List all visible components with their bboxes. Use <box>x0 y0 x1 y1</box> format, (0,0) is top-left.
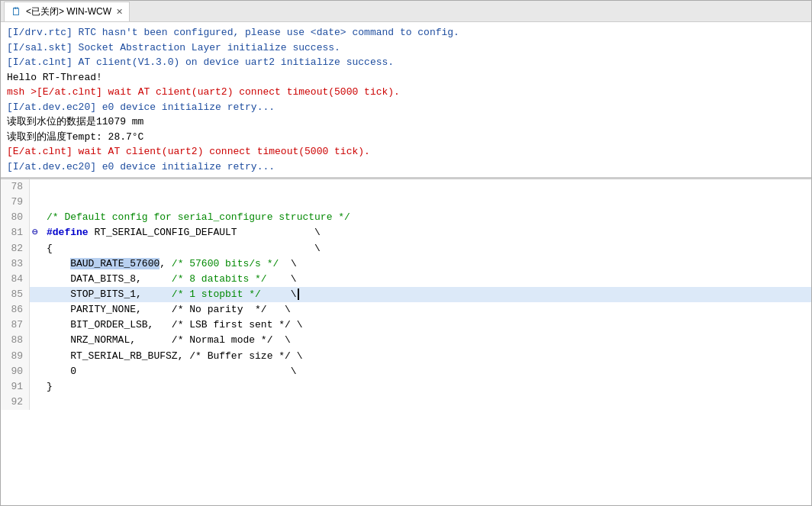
tab-title: <已关闭> WIN-WCW <box>26 5 111 18</box>
line-content: { \ <box>40 241 811 256</box>
main-window: 🗒 <已关闭> WIN-WCW ✕ [I/drv.rtc] RTC hasn't… <box>0 0 812 506</box>
line-number: 78 <box>1 179 30 195</box>
code-editor: 787980/* Default config for serial_confi… <box>1 179 811 410</box>
line-content: PARITY_NONE, /* No parity */ \ <box>40 302 811 317</box>
line-content: BAUD_RATE_57600, /* 57600 bits/s */ \ <box>40 256 811 272</box>
console-line: [I/at.clnt] AT client(V1.3.0) on device … <box>7 55 805 70</box>
console-line: Hello RT-Thread! <box>7 70 805 85</box>
console-output: [I/drv.rtc] RTC hasn't been configured, … <box>1 22 811 179</box>
line-content: /* Default config for serial_configure s… <box>40 210 811 225</box>
line-number: 90 <box>1 364 30 379</box>
line-content: STOP_BITS_1, /* 1 stopbit */ \ <box>40 287 811 302</box>
line-content: 0 \ <box>40 364 811 379</box>
console-line: [I/sal.skt] Socket Abstraction Layer ini… <box>7 40 805 56</box>
tab-close-button[interactable]: ✕ <box>116 7 123 17</box>
line-arrow: ⊖ <box>30 225 40 240</box>
console-line: 读取到水位的数据是11079 mm <box>7 114 805 130</box>
code-line: 87 BIT_ORDER_LSB, /* LSB first sent */ \ <box>1 317 811 333</box>
code-line: 84 DATA_BITS_8, /* 8 databits */ \ <box>1 272 811 287</box>
line-number: 88 <box>1 333 30 348</box>
line-number: 86 <box>1 302 30 317</box>
console-line: msh >[E/at.clnt] wait AT client(uart2) c… <box>7 85 805 100</box>
code-line: 82{ \ <box>1 241 811 256</box>
line-content: } <box>40 379 811 395</box>
code-line: 81⊖#define RT_SERIAL_CONFIG_DEFAULT \ <box>1 225 811 240</box>
tab-bar: 🗒 <已关闭> WIN-WCW ✕ <box>1 1 811 22</box>
console-tab[interactable]: 🗒 <已关闭> WIN-WCW ✕ <box>4 2 130 21</box>
line-number: 83 <box>1 256 30 272</box>
line-number: 92 <box>1 395 30 410</box>
line-number: 87 <box>1 317 30 333</box>
line-content: NRZ_NORMAL, /* Normal mode */ \ <box>40 333 811 348</box>
line-number: 91 <box>1 379 30 395</box>
code-line: 92 <box>1 395 811 410</box>
code-line: 89 RT_SERIAL_RB_BUFSZ, /* Buffer size */… <box>1 349 811 364</box>
line-number: 89 <box>1 349 30 364</box>
code-line: 78 <box>1 179 811 195</box>
line-number: 85 <box>1 287 30 302</box>
code-line: 80/* Default config for serial_configure… <box>1 210 811 225</box>
console-line: [I/at.dev.ec20] e0 device initialize ret… <box>7 100 805 115</box>
code-line: 90 0 \ <box>1 364 811 379</box>
code-line: 86 PARITY_NONE, /* No parity */ \ <box>1 302 811 317</box>
line-number: 80 <box>1 210 30 225</box>
line-content: BIT_ORDER_LSB, /* LSB first sent */ \ <box>40 317 811 333</box>
line-number: 84 <box>1 272 30 287</box>
console-line: [I/at.dev.ec20] e0 device initialize ret… <box>7 160 805 175</box>
line-number: 82 <box>1 241 30 256</box>
code-line: 79 <box>1 195 811 210</box>
code-line: 91} <box>1 379 811 395</box>
console-line: 读取到的温度Tempt: 28.7°C <box>7 130 805 145</box>
line-content: DATA_BITS_8, /* 8 databits */ \ <box>40 272 811 287</box>
line-content: RT_SERIAL_RB_BUFSZ, /* Buffer size */ \ <box>40 349 811 364</box>
console-line: [E/at.clnt] wait AT client(uart2) connec… <box>7 144 805 160</box>
line-number: 81 <box>1 225 30 240</box>
code-line: 88 NRZ_NORMAL, /* Normal mode */ \ <box>1 333 811 348</box>
code-line: 83 BAUD_RATE_57600, /* 57600 bits/s */ \ <box>1 256 811 272</box>
tab-icon: 🗒 <box>11 5 21 18</box>
line-content: #define RT_SERIAL_CONFIG_DEFAULT \ <box>40 225 811 240</box>
code-line: 85 STOP_BITS_1, /* 1 stopbit */ \ <box>1 287 811 302</box>
console-line: [I/drv.rtc] RTC hasn't been configured, … <box>7 25 805 40</box>
line-number: 79 <box>1 195 30 210</box>
